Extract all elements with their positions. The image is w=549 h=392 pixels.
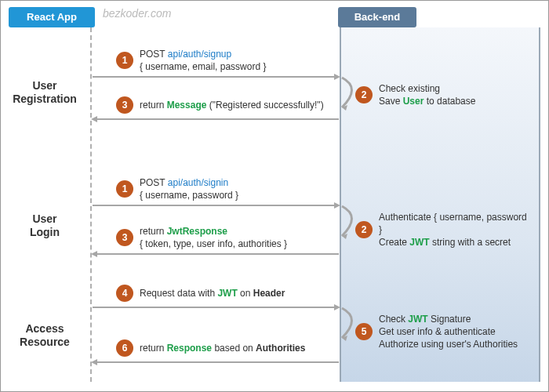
step-text: return Response based on Authorities [140, 342, 305, 354]
step-badge: 3 [116, 96, 133, 114]
step-text: POST api/auth/signin { username, passwor… [140, 176, 238, 201]
step-reg-3: 3 return Message ("Registered successful… [116, 96, 328, 114]
step-badge: 4 [116, 285, 133, 302]
header-react-app: React App [9, 7, 95, 27]
step-text: return Message ("Registered successfully… [140, 99, 324, 111]
section-login: User Login [5, 212, 84, 239]
step-access-4: 4 Request data with JWT on Header [116, 285, 328, 302]
header-backend: Back-end [338, 7, 416, 27]
arrow-reg-response [93, 118, 339, 120]
arrow-access-response [93, 361, 339, 363]
step-badge: 1 [116, 180, 133, 198]
step-text: POST api/auth/signup { username, email, … [140, 48, 266, 73]
label-line: Login [30, 226, 60, 238]
step-badge: 5 [355, 323, 373, 340]
label-line: Registration [13, 93, 77, 105]
section-access: Access Resource [5, 322, 84, 349]
step-login-2: 2 Authenticate { username, password } Cr… [355, 211, 533, 249]
step-text: Request data with JWT on Header [140, 287, 285, 299]
arrow-reg-request [93, 76, 339, 78]
step-login-3: 3 return JwtResponse { token, type, user… [116, 225, 328, 250]
label-line: Access [25, 322, 64, 335]
arrow-access-request [93, 307, 339, 308]
step-text: return JwtResponse { token, type, user i… [140, 225, 287, 250]
step-text: Authenticate { username, password } Crea… [379, 211, 533, 249]
step-login-1: 1 POST api/auth/signin { username, passw… [116, 176, 328, 201]
step-badge: 1 [116, 52, 133, 69]
arrow-login-request [93, 205, 339, 206]
watermark: bezkoder.com [103, 7, 171, 20]
step-badge: 2 [355, 221, 373, 238]
label-line: User [32, 212, 56, 225]
sequence-diagram: bezkoder.com React App Back-end User Reg… [0, 0, 549, 392]
step-access-5: 5 Check JWT Signature Get user info & au… [355, 313, 533, 351]
step-badge: 6 [116, 339, 133, 357]
step-reg-1: 1 POST api/auth/signup { username, email… [116, 48, 328, 73]
section-registration: User Registration [5, 79, 84, 106]
step-badge: 2 [355, 86, 373, 103]
step-access-6: 6 return Response based on Authorities [116, 339, 328, 357]
step-text: Check existing Save User to database [379, 82, 475, 107]
label-line: User [32, 79, 56, 92]
arrow-login-response [93, 253, 339, 255]
lifeline-react [90, 27, 92, 382]
label-line: Resource [20, 336, 70, 348]
step-reg-2: 2 Check existing Save User to database [355, 82, 533, 107]
step-badge: 3 [116, 229, 133, 246]
step-text: Check JWT Signature Get user info & auth… [379, 313, 518, 351]
